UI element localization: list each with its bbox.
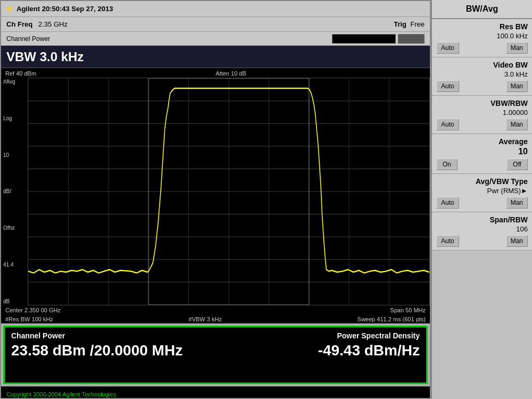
video-bw-buttons: Auto Man: [436, 80, 528, 92]
span-rbw-title: Span/RBW: [436, 215, 528, 224]
res-bw-title: Res BW: [436, 22, 528, 31]
ref-label: Ref 40 dBm: [5, 70, 36, 77]
avg-vbw-type-man-btn[interactable]: Man: [506, 197, 528, 209]
copyright-bar: Copyright 2000-2004 Agilent Technologies: [1, 386, 430, 398]
channel-box-main: [332, 34, 396, 44]
video-bw-control: Video BW 3.0 kHz Auto Man: [432, 57, 532, 96]
span-rbw-value: 106: [436, 225, 528, 233]
psd-value: -49.43 dBm/Hz: [318, 342, 420, 359]
vbw-text: VBW 3.0 kHz: [6, 49, 84, 64]
span-label: Span 50 MHz: [390, 307, 426, 313]
avg-vbw-type-auto-btn[interactable]: Auto: [436, 197, 459, 209]
spectrum-canvas: [28, 78, 430, 305]
title-bar: ✳ Agilent 20:50:43 Sep 27, 2013: [1, 1, 430, 17]
psd-result-label: Power Spectral Density: [337, 331, 420, 340]
vbw-rbw-buttons: Auto Man: [436, 119, 528, 130]
center-label: Center 2.350 00 GHz: [5, 307, 61, 313]
video-bw-title: Video BW: [436, 61, 528, 69]
atten-label: Atten 10 dB: [215, 70, 246, 77]
channel-power-label: Channel Power: [6, 35, 50, 43]
average-control: Average 10 On Off: [432, 134, 532, 174]
vbw-rbw-control: VBW/RBW 1.00000 Auto Man: [432, 96, 532, 134]
vbw-bar: VBW 3.0 kHz: [1, 46, 430, 68]
channel-power-result-label: Channel Power: [11, 331, 65, 340]
controls-header: BW/Avg: [432, 0, 532, 19]
ch-freq-label: Ch Freq 2.35 GHz: [6, 20, 68, 28]
vbw-rbw-value: 1.00000: [436, 109, 528, 117]
agilent-icon: ✳: [5, 4, 12, 14]
average-value: 10: [436, 147, 528, 156]
vbw-bottom-label: #VBW 3 kHz: [189, 316, 222, 322]
average-off-btn[interactable]: Off: [506, 159, 528, 170]
span-rbw-auto-btn[interactable]: Auto: [436, 235, 459, 247]
avg-vbw-type-buttons: Auto Man: [436, 197, 528, 209]
main-container: ✳ Agilent 20:50:43 Sep 27, 2013 Ch Freq …: [0, 0, 532, 399]
video-bw-value: 3.0 kHz: [436, 70, 528, 78]
video-bw-auto-btn[interactable]: Auto: [436, 80, 459, 92]
y-axis-labels: #Avg Log 10 dB/ Offst 41.4 dB: [1, 78, 28, 305]
span-rbw-buttons: Auto Man: [436, 235, 528, 247]
spectrum-bottom-row1: Center 2.350 00 GHz Span 50 MHz: [1, 305, 430, 315]
copyright-text: Copyright 2000-2004 Agilent Technologies: [6, 391, 116, 397]
title-text: Agilent 20:50:43 Sep 27, 2013: [16, 5, 113, 13]
vbw-rbw-title: VBW/RBW: [436, 99, 528, 107]
controls-header-text: BW/Avg: [466, 4, 498, 14]
spectrum-area: Ref 40 dBm Atten 10 dB #Avg Log 10 dB/ O…: [1, 68, 430, 323]
controls-panel: BW/Avg Res BW 100.0 kHz Auto Man Video B…: [431, 0, 532, 399]
results-value-row: 23.58 dBm /20.0000 MHz -49.43 dBm/Hz: [11, 342, 420, 359]
trig-label: Trig Free: [394, 20, 425, 28]
avg-vbw-type-control: Avg/VBW Type Pwr (RMS)► Auto Man: [432, 174, 532, 212]
vbw-rbw-auto-btn[interactable]: Auto: [436, 119, 459, 130]
res-bw-label: #Res BW 100 kHz: [5, 316, 53, 322]
display-panel: ✳ Agilent 20:50:43 Sep 27, 2013 Ch Freq …: [0, 0, 431, 399]
channel-bar: Channel Power: [1, 32, 430, 46]
results-header-row: Channel Power Power Spectral Density: [11, 331, 420, 340]
span-rbw-control: Span/RBW 106 Auto Man: [432, 212, 532, 251]
spectrum-svg: [28, 78, 429, 305]
spectrum-bottom-row2: #Res BW 100 kHz #VBW 3 kHz Sweep 411.2 m…: [1, 315, 430, 323]
controls-spacer: [432, 251, 532, 399]
spectrum-top-labels: Ref 40 dBm Atten 10 dB: [1, 68, 430, 78]
sweep-label: Sweep 411.2 ms (601 pts): [358, 316, 426, 322]
average-on-btn[interactable]: On: [436, 159, 458, 170]
vbw-rbw-man-btn[interactable]: Man: [506, 119, 528, 130]
res-bw-value: 100.0 kHz: [436, 32, 528, 40]
avg-vbw-type-title: Avg/VBW Type: [436, 177, 528, 186]
avg-vbw-type-value: Pwr (RMS)►: [436, 187, 528, 195]
res-bw-control: Res BW 100.0 kHz Auto Man: [432, 19, 532, 57]
average-on-off: On Off: [436, 159, 528, 170]
spectrum-main: #Avg Log 10 dB/ Offst 41.4 dB: [1, 78, 430, 305]
info-bar: Ch Freq 2.35 GHz Trig Free: [1, 17, 430, 32]
res-bw-buttons: Auto Man: [436, 42, 528, 54]
span-rbw-man-btn[interactable]: Man: [506, 235, 528, 247]
avg-label: #Avg: [3, 79, 27, 85]
channel-power-value: 23.58 dBm /20.0000 MHz: [11, 342, 182, 359]
average-title: Average: [436, 137, 528, 146]
video-bw-man-btn[interactable]: Man: [506, 80, 528, 92]
res-bw-auto-btn[interactable]: Auto: [436, 42, 459, 54]
results-panel: Channel Power Power Spectral Density 23.…: [3, 326, 428, 384]
channel-box-small: [398, 34, 425, 44]
res-bw-man-btn[interactable]: Man: [506, 42, 528, 54]
